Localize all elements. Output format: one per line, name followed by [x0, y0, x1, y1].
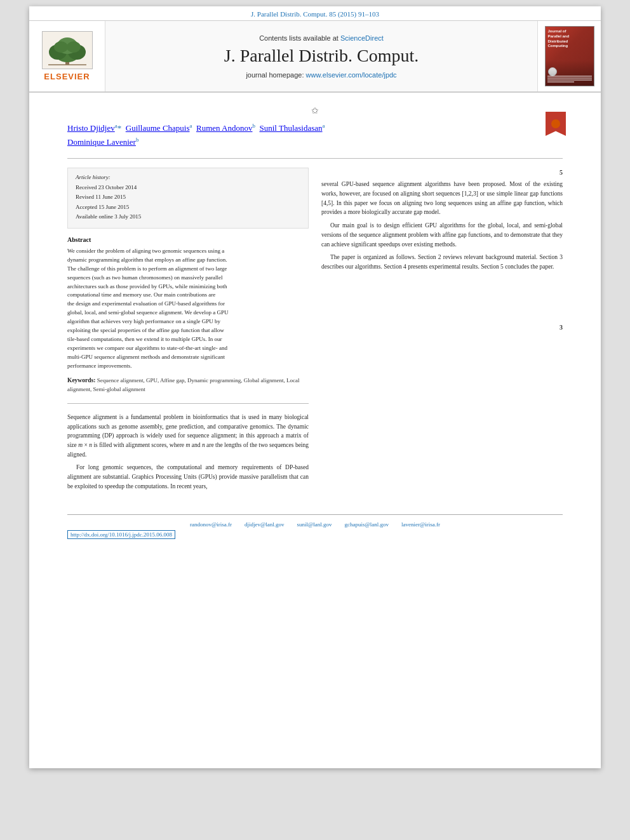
email-djidjev[interactable]: djidjev@lanl.gov [245, 521, 285, 528]
journal-homepage-line: journal homepage: www.elsevier.com/locat… [246, 71, 396, 79]
accepted-row: Accepted 15 June 2015 [76, 203, 300, 212]
left-body-text-1: Sequence alignment is a fundamental prob… [67, 413, 309, 460]
author-djidjev[interactable]: Hristo Djidjev [67, 123, 115, 133]
revised-row: Revised 11 June 2015 [76, 193, 300, 202]
email-lavenier[interactable]: lavenier@irisa.fr [401, 521, 440, 528]
author-chapuis-affil: a [190, 123, 192, 129]
right-body-text-1: several GPU-based sequence alignment alg… [321, 180, 563, 217]
journal-citation-bar: J. Parallel Distrib. Comput. 85 (2015) 9… [29, 6, 601, 21]
right-body-text-3: The paper is organized as follows. Secti… [321, 253, 563, 271]
author-andonov-affil: b [252, 123, 255, 129]
doi-link[interactable]: http://dx.doi.org/10.1016/j.jpdc.2015.06… [67, 530, 175, 539]
footer-emails-row: randonov@irisa.fr djidjev@lanl.gov sunil… [67, 521, 563, 528]
cover-lines-decoration [546, 60, 594, 86]
author-andonov[interactable]: Rumen Andonov [196, 123, 252, 133]
journal-cover-image: Journal of Parallel and Distributed Comp… [545, 26, 594, 86]
author-chapuis[interactable]: Guillaume Chapuis [126, 123, 190, 133]
sciencedirect-link[interactable]: ScienceDirect [340, 34, 384, 42]
abstract-text: We consider the problem of aligning two … [67, 247, 309, 371]
received-row: Received 23 October 2014 [76, 183, 300, 192]
elsevier-tree-graphic [42, 31, 93, 69]
keywords-section: Keywords: Sequence alignment, GPU, Affin… [67, 376, 309, 394]
bookmark-icon [546, 112, 566, 136]
star-symbol: ✩ [311, 106, 319, 116]
author-thulasidasan[interactable]: Sunil Thulasidasan [259, 123, 322, 133]
journal-cover-area: Journal of Parallel and Distributed Comp… [537, 21, 601, 91]
contents-available-line: Contents lists available at ScienceDirec… [259, 34, 384, 42]
page: J. Parallel Distrib. Comput. 85 (2015) 9… [29, 6, 601, 768]
journal-citation: J. Parallel Distrib. Comput. 85 (2015) 9… [251, 10, 379, 18]
elsevier-logo-area: ELSEVIER [29, 21, 105, 91]
article-history-row: Article history: [76, 173, 300, 182]
email-sunil[interactable]: sunil@lanl.gov [297, 521, 332, 528]
author-lavenier-affil: b [136, 137, 139, 143]
article-content: ✩ Hristo Djidjeva* Guillaume Chapuisa Ru… [29, 93, 601, 550]
article-info-box: Article history: Received 23 October 201… [67, 168, 309, 229]
email-randonov[interactable]: randonov@irisa.fr [190, 521, 232, 528]
revised-label: Revised 11 June 2015 [76, 193, 126, 202]
journal-center-header: Contents lists available at ScienceDirec… [105, 21, 537, 91]
available-label: Available online 3 July 2015 [76, 213, 141, 222]
cover-title-label: Journal of Parallel and Distributed Comp… [548, 29, 570, 49]
footer-doi-area: http://dx.doi.org/10.1016/j.jpdc.2015.06… [67, 531, 563, 538]
svg-point-5 [54, 41, 68, 53]
bookmark-icon-area [546, 112, 566, 136]
page-number-5: 5 [321, 168, 563, 177]
author-thulasidasan-affil: a [323, 123, 325, 129]
homepage-url[interactable]: www.elsevier.com/locate/jpdc [306, 71, 397, 79]
journal-header: ELSEVIER Contents lists available at Sci… [29, 21, 601, 93]
keywords-heading: Keywords: [67, 377, 95, 383]
bookmark-inner-circle [550, 118, 561, 130]
separator-2 [67, 403, 309, 404]
page-number-3: 3 [321, 323, 563, 332]
svg-point-6 [67, 41, 81, 53]
received-label: Received 23 October 2014 [76, 183, 137, 192]
contents-label: Contents lists available at [259, 34, 338, 42]
left-column: Article history: Received 23 October 201… [67, 168, 309, 495]
separator-1 [67, 158, 563, 159]
article-history-label: Article history: [76, 173, 111, 182]
article-star-notice: ✩ [67, 105, 563, 116]
right-column: 5 several GPU-based sequence alignment a… [321, 168, 563, 495]
author-djidjev-affil: a [115, 123, 117, 129]
accepted-label: Accepted 15 June 2015 [76, 203, 129, 212]
keywords-text: Sequence alignment, GPU, Affine gap, Dyn… [67, 377, 299, 393]
authors-line: Hristo Djidjeva* Guillaume Chapuisa Rume… [67, 121, 563, 149]
available-online-row: Available online 3 July 2015 [76, 213, 300, 222]
email-gchapuis[interactable]: gchapuis@lanl.gov [345, 521, 389, 528]
two-column-layout: Article history: Received 23 October 201… [67, 168, 563, 495]
right-body-text-2: Our main goal is to design efficient GPU… [321, 221, 563, 249]
homepage-label: journal homepage: [246, 71, 304, 79]
author-lavenier[interactable]: Dominique Lavenier [67, 137, 136, 147]
journal-title-heading: J. Parallel Distrib. Comput. [224, 46, 419, 66]
elsevier-brand-text: ELSEVIER [44, 72, 90, 81]
abstract-section: Abstract We consider the problem of alig… [67, 235, 309, 371]
left-body-text-2: For long genomic sequences, the computat… [67, 463, 309, 491]
abstract-heading: Abstract [67, 235, 309, 244]
footer-area: randonov@irisa.fr djidjev@lanl.gov sunil… [67, 514, 563, 538]
